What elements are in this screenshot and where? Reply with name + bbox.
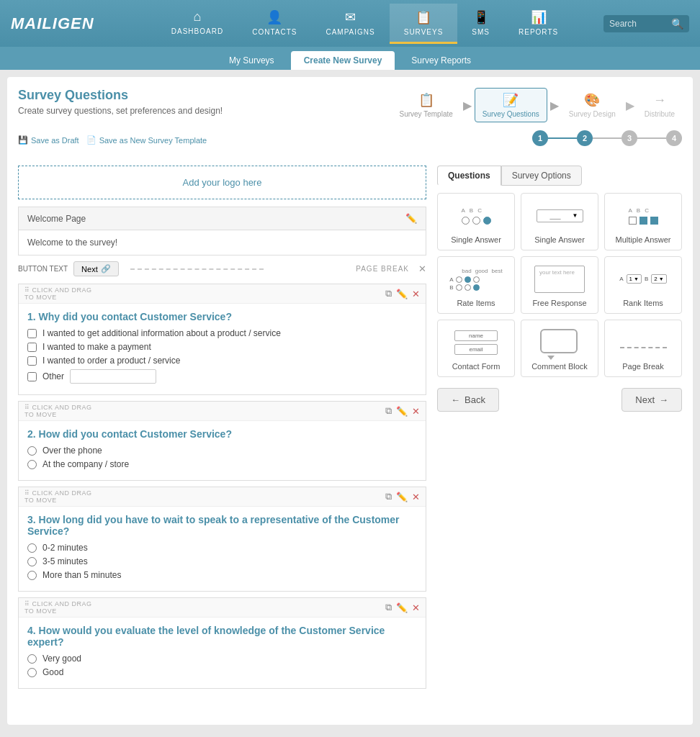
nav-contacts-label: CONTACTS (252, 28, 297, 36)
question-1-other-input[interactable] (70, 369, 156, 384)
save-draft-button[interactable]: 💾 Save as Draft (18, 135, 79, 145)
rate-items-label: Rate Items (444, 299, 508, 307)
page-break-label: PAGE BREAK (275, 265, 409, 273)
nav-surveys[interactable]: 📋 SURVEYS (390, 4, 458, 44)
question-1-checkbox-3[interactable] (27, 356, 37, 366)
progress-bar: 1 2 3 4 (532, 130, 682, 146)
questions-icon: 📝 (503, 92, 519, 108)
nav-reports-label: REPORTS (519, 28, 558, 36)
question-type-single-answer-radio[interactable]: ABC Single Answer (437, 193, 515, 250)
link-icon: 🔗 (101, 264, 111, 273)
left-column: Add your logo here Welcome Page ✏️ Welco… (18, 166, 426, 695)
question-2-text: 2. How did you contact Customer Service? (27, 428, 417, 440)
question-type-free-response[interactable]: your text here Free Response (521, 256, 598, 314)
nav-sms[interactable]: 📱 SMS (457, 4, 504, 44)
panel-navigation: ← Back Next → (437, 388, 682, 412)
question-1-checkbox-other[interactable] (27, 372, 37, 381)
question-3-actions: ⧉ ✏️ ✕ (385, 491, 420, 502)
workflow-step-distribute: → Distribute (637, 89, 682, 122)
back-button[interactable]: ← Back (437, 388, 499, 412)
question-1-checkbox-1[interactable] (27, 329, 37, 338)
welcome-page-content: Welcome to the survey! (18, 230, 426, 256)
question-3-edit-button[interactable]: ✏️ (396, 492, 408, 502)
question-4-option-1: Very good (27, 654, 417, 664)
question-1-actions: ⧉ ✏️ ✕ (385, 288, 420, 299)
question-type-rate-items[interactable]: badgoodbest A B (437, 256, 515, 314)
save-draft-label: Save as Draft (31, 136, 79, 145)
drag-label-3: ⠿ CLICK AND DRAGTO MOVE (24, 489, 92, 504)
dashboard-icon: ⌂ (194, 9, 202, 24)
question-2-edit-button[interactable]: ✏️ (396, 406, 408, 417)
question-type-single-answer-dropdown[interactable]: ___ ▼ Single Answer (521, 193, 598, 250)
question-2-delete-button[interactable]: ✕ (412, 406, 420, 417)
save-template-button[interactable]: 📄 Save as New Survey Template (86, 135, 207, 145)
panel-tabs: Questions Survey Options (437, 166, 682, 186)
add-logo-link[interactable]: Add your logo here (183, 177, 262, 188)
question-4-copy-button[interactable]: ⧉ (385, 602, 392, 613)
nav-contacts[interactable]: 👤 CONTACTS (238, 4, 311, 44)
workflow-step-template-label: Survey Template (399, 110, 452, 118)
button-text-label: BUTTON TEXT (18, 265, 68, 273)
question-type-multiple-answer[interactable]: ABC Multiple Answer (604, 193, 682, 250)
comment-block-label: Comment Block (527, 362, 592, 371)
multiple-answer-label: Multiple Answer (611, 235, 676, 244)
free-response-label: Free Response (527, 299, 592, 307)
welcome-page-edit-icon[interactable]: ✏️ (405, 213, 417, 224)
next-button[interactable]: Next → (622, 388, 682, 412)
subnav-create-survey[interactable]: Create New Survey (291, 51, 395, 70)
question-type-comment-block[interactable]: Comment Block (521, 320, 598, 377)
workflow-step-questions: 📝 Survey Questions (475, 88, 547, 122)
question-type-grid: ABC Single Answer (437, 193, 682, 377)
question-4-radio-1[interactable] (27, 654, 37, 664)
nav-dashboard[interactable]: ⌂ DASHBOARD (157, 4, 238, 44)
question-block-1: ⠿ CLICK AND DRAGTO MOVE ⧉ ✏️ ✕ 1. Why di… (18, 284, 426, 395)
question-1-checkbox-2[interactable] (27, 343, 37, 352)
question-2-radio-1[interactable] (27, 446, 37, 456)
question-4-edit-button[interactable]: ✏️ (396, 602, 408, 613)
question-4-text: 4. How would you evaluate the level of k… (27, 625, 417, 648)
welcome-page-section: Welcome Page ✏️ Welcome to the survey! (18, 207, 426, 256)
question-2-radio-2[interactable] (27, 460, 37, 469)
nav-reports[interactable]: 📊 REPORTS (504, 4, 573, 44)
next-button-small[interactable]: Next 🔗 (73, 261, 119, 276)
question-type-contact-form[interactable]: name email Contact Form (437, 320, 515, 377)
question-4-delete-button[interactable]: ✕ (412, 602, 420, 613)
question-2-copy-button[interactable]: ⧉ (385, 405, 392, 417)
surveys-icon: 📋 (416, 9, 431, 25)
next-arrow-icon: → (659, 394, 668, 405)
question-3-copy-button[interactable]: ⧉ (385, 491, 392, 502)
question-1-delete-button[interactable]: ✕ (412, 289, 420, 299)
single-answer-dropdown-visual: ___ ▼ (527, 199, 592, 232)
question-1-text: 1. Why did you contact Customer Service? (27, 311, 417, 322)
nav-campaigns[interactable]: ✉ CAMPAIGNS (311, 4, 389, 44)
welcome-text: Welcome to the survey! (27, 238, 117, 248)
question-3-radio-3[interactable] (27, 571, 37, 580)
question-3-option-2: 3-5 minutes (27, 556, 417, 566)
question-4-radio-2[interactable] (27, 668, 37, 677)
next-label: Next (81, 265, 98, 273)
question-type-page-break[interactable]: Page Break (604, 320, 682, 377)
search-icon[interactable]: 🔍 (671, 18, 683, 30)
question-type-rank-items[interactable]: A 1▼ B 2▼ Rank Items (604, 256, 682, 314)
page-break-label: Page Break (611, 362, 676, 371)
subnav-my-surveys[interactable]: My Surveys (216, 51, 287, 70)
question-3-delete-button[interactable]: ✕ (412, 492, 420, 502)
question-1-copy-button[interactable]: ⧉ (385, 288, 392, 299)
design-icon: 🎨 (584, 92, 600, 108)
workflow-step-questions-label: Survey Questions (483, 110, 539, 118)
workflow-step-design-label: Survey Design (569, 110, 616, 118)
question-1-edit-button[interactable]: ✏️ (396, 289, 408, 299)
sms-icon: 📱 (473, 9, 489, 25)
tab-survey-options[interactable]: Survey Options (501, 166, 582, 186)
dashed-line (130, 268, 264, 270)
question-3-radio-2[interactable] (27, 557, 37, 566)
search-input[interactable] (609, 19, 667, 29)
question-3-radio-1[interactable] (27, 543, 37, 553)
page-break-close-icon[interactable]: ✕ (418, 263, 426, 274)
logo-upload-area[interactable]: Add your logo here (18, 166, 426, 199)
subnav-survey-reports[interactable]: Survey Reports (398, 51, 484, 70)
progress-step-4: 4 (666, 130, 682, 146)
question-2-drag-bar: ⠿ CLICK AND DRAGTO MOVE ⧉ ✏️ ✕ (19, 402, 426, 421)
tab-questions[interactable]: Questions (437, 166, 501, 186)
question-block-3: ⠿ CLICK AND DRAGTO MOVE ⧉ ✏️ ✕ 3. How lo… (18, 487, 426, 592)
